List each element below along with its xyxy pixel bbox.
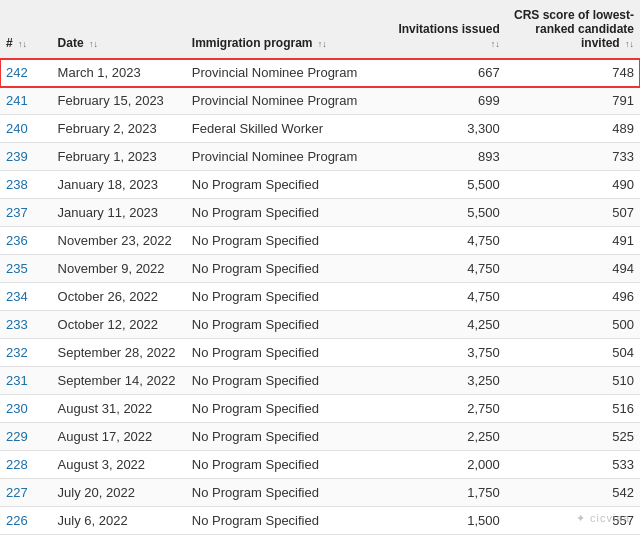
cell-invitations: 4,750 — [392, 227, 506, 255]
table-row: 241February 15, 2023Provincial Nominee P… — [0, 87, 640, 115]
cell-crs: 496 — [506, 283, 640, 311]
col-header-program: Immigration program ↑↓ — [186, 0, 392, 59]
draw-number-link[interactable]: 232 — [6, 345, 28, 360]
sort-icon-crs[interactable]: ↑↓ — [625, 39, 634, 49]
cell-crs: 516 — [506, 395, 640, 423]
draw-number-link[interactable]: 229 — [6, 429, 28, 444]
cell-program: No Program Specified — [186, 395, 392, 423]
cell-invitations: 4,750 — [392, 283, 506, 311]
sort-icon-num[interactable]: ↑↓ — [18, 39, 27, 49]
table-row: 226July 6, 2022No Program Specified1,500… — [0, 507, 640, 535]
sort-icon-date[interactable]: ↑↓ — [89, 39, 98, 49]
draw-number-link[interactable]: 227 — [6, 485, 28, 500]
draw-number-link[interactable]: 236 — [6, 233, 28, 248]
sort-icon-program[interactable]: ↑↓ — [318, 39, 327, 49]
draw-number-link[interactable]: 231 — [6, 373, 28, 388]
cell-date: August 17, 2022 — [52, 423, 186, 451]
cell-invitations: 3,300 — [392, 115, 506, 143]
cell-crs: 542 — [506, 479, 640, 507]
cell-crs: 494 — [506, 255, 640, 283]
cell-num: 240 — [0, 115, 52, 143]
cell-program: No Program Specified — [186, 283, 392, 311]
cell-program: No Program Specified — [186, 367, 392, 395]
draw-number-link[interactable]: 240 — [6, 121, 28, 136]
cell-invitations: 3,250 — [392, 367, 506, 395]
cell-invitations: 2,250 — [392, 423, 506, 451]
draw-number-link[interactable]: 233 — [6, 317, 28, 332]
table-row: 232September 28, 2022No Program Specifie… — [0, 339, 640, 367]
cell-invitations: 1,500 — [392, 507, 506, 535]
cell-date: July 20, 2022 — [52, 479, 186, 507]
col-header-num: # ↑↓ — [0, 0, 52, 59]
cell-date: January 11, 2023 — [52, 199, 186, 227]
table-row: 231September 14, 2022No Program Specifie… — [0, 367, 640, 395]
col-header-crs: CRS score of lowest-ranked candidate inv… — [506, 0, 640, 59]
cell-program: No Program Specified — [186, 479, 392, 507]
cell-invitations: 2,750 — [392, 395, 506, 423]
sort-icon-invitations[interactable]: ↑↓ — [491, 39, 500, 49]
cell-invitations: 3,750 — [392, 339, 506, 367]
draws-table: # ↑↓ Date ↑↓ Immigration program ↑↓ Invi… — [0, 0, 640, 535]
table-row: 228August 3, 2022No Program Specified2,0… — [0, 451, 640, 479]
cell-invitations: 2,000 — [392, 451, 506, 479]
cell-num: 238 — [0, 171, 52, 199]
cell-num: 236 — [0, 227, 52, 255]
cell-program: No Program Specified — [186, 423, 392, 451]
draw-number-link[interactable]: 226 — [6, 513, 28, 528]
table-row: 238January 18, 2023No Program Specified5… — [0, 171, 640, 199]
cell-invitations: 893 — [392, 143, 506, 171]
draw-number-link[interactable]: 230 — [6, 401, 28, 416]
cell-program: No Program Specified — [186, 451, 392, 479]
cell-program: No Program Specified — [186, 311, 392, 339]
table-body: 242March 1, 2023Provincial Nominee Progr… — [0, 59, 640, 535]
cell-num: 241 — [0, 87, 52, 115]
cell-num: 228 — [0, 451, 52, 479]
cell-date: August 31, 2022 — [52, 395, 186, 423]
table-row: 233October 12, 2022No Program Specified4… — [0, 311, 640, 339]
cell-date: February 15, 2023 — [52, 87, 186, 115]
cell-num: 242 — [0, 59, 52, 87]
cell-date: September 14, 2022 — [52, 367, 186, 395]
table-row: 237January 11, 2023No Program Specified5… — [0, 199, 640, 227]
cell-crs: 490 — [506, 171, 640, 199]
draw-number-link[interactable]: 235 — [6, 261, 28, 276]
cell-program: Provincial Nominee Program — [186, 87, 392, 115]
cell-num: 229 — [0, 423, 52, 451]
cell-date: October 12, 2022 — [52, 311, 186, 339]
cell-num: 227 — [0, 479, 52, 507]
cell-num: 230 — [0, 395, 52, 423]
cell-num: 235 — [0, 255, 52, 283]
table-row: 239February 1, 2023Provincial Nominee Pr… — [0, 143, 640, 171]
cell-date: February 2, 2023 — [52, 115, 186, 143]
cell-crs: 504 — [506, 339, 640, 367]
col-header-date: Date ↑↓ — [52, 0, 186, 59]
cell-program: No Program Specified — [186, 171, 392, 199]
cell-invitations: 5,500 — [392, 171, 506, 199]
table-row: 234October 26, 2022No Program Specified4… — [0, 283, 640, 311]
draw-number-link[interactable]: 237 — [6, 205, 28, 220]
cell-date: February 1, 2023 — [52, 143, 186, 171]
cell-crs: 791 — [506, 87, 640, 115]
draw-number-link[interactable]: 239 — [6, 149, 28, 164]
cell-date: October 26, 2022 — [52, 283, 186, 311]
cell-crs: 533 — [506, 451, 640, 479]
cell-date: September 28, 2022 — [52, 339, 186, 367]
cell-num: 233 — [0, 311, 52, 339]
cell-program: No Program Specified — [186, 255, 392, 283]
draw-number-link[interactable]: 228 — [6, 457, 28, 472]
cell-num: 232 — [0, 339, 52, 367]
draw-number-link[interactable]: 234 — [6, 289, 28, 304]
cell-crs: 510 — [506, 367, 640, 395]
table-row: 240February 2, 2023Federal Skilled Worke… — [0, 115, 640, 143]
table-row: 242March 1, 2023Provincial Nominee Progr… — [0, 59, 640, 87]
table-header-row: # ↑↓ Date ↑↓ Immigration program ↑↓ Invi… — [0, 0, 640, 59]
draw-number-link[interactable]: 241 — [6, 93, 28, 108]
cell-num: 234 — [0, 283, 52, 311]
draw-number-link[interactable]: 238 — [6, 177, 28, 192]
draw-number-link[interactable]: 242 — [6, 65, 28, 80]
cell-date: November 23, 2022 — [52, 227, 186, 255]
cell-date: August 3, 2022 — [52, 451, 186, 479]
cell-invitations: 5,500 — [392, 199, 506, 227]
cell-date: March 1, 2023 — [52, 59, 186, 87]
cell-crs: 733 — [506, 143, 640, 171]
